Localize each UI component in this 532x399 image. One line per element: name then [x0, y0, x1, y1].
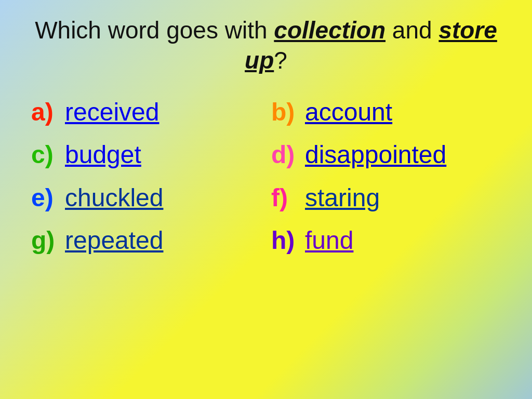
answer-word-f: staring: [305, 182, 380, 214]
answer-item-b[interactable]: b) account: [271, 91, 501, 134]
answer-word-g: repeated: [65, 224, 164, 257]
answer-label-g: g): [31, 224, 60, 257]
answer-item-h[interactable]: h) fund: [271, 219, 501, 262]
answer-label-c: c): [31, 139, 60, 171]
answer-label-h: h): [271, 224, 300, 257]
answer-item-f[interactable]: f) staring: [271, 177, 501, 219]
answers-grid: a) received b) account c) budget d) disa…: [21, 91, 511, 262]
answer-word-e: chuckled: [65, 182, 163, 214]
answer-label-f: f): [271, 182, 300, 214]
question-middle: and: [385, 17, 438, 44]
answer-item-a[interactable]: a) received: [31, 91, 261, 134]
answer-item-e[interactable]: e) chuckled: [31, 177, 261, 219]
answer-label-a: a): [31, 96, 60, 128]
answer-item-g[interactable]: g) repeated: [31, 219, 261, 262]
keyword1: collection: [274, 17, 385, 44]
answer-item-c[interactable]: c) budget: [31, 134, 261, 176]
answer-label-d: d): [271, 139, 300, 171]
question-heading: Which word goes with collection and stor…: [21, 16, 511, 75]
answer-label-b: b): [271, 96, 300, 128]
answer-word-b: account: [305, 96, 392, 128]
question-prefix: Which word goes with: [35, 17, 274, 44]
question-suffix: ?: [274, 47, 287, 74]
answer-word-a: received: [65, 96, 159, 128]
answer-label-e: e): [31, 182, 60, 214]
answer-item-d[interactable]: d) disappointed: [271, 134, 501, 176]
answer-word-h: fund: [305, 224, 353, 257]
answer-word-d: disappointed: [305, 139, 446, 171]
answer-word-c: budget: [65, 139, 141, 171]
